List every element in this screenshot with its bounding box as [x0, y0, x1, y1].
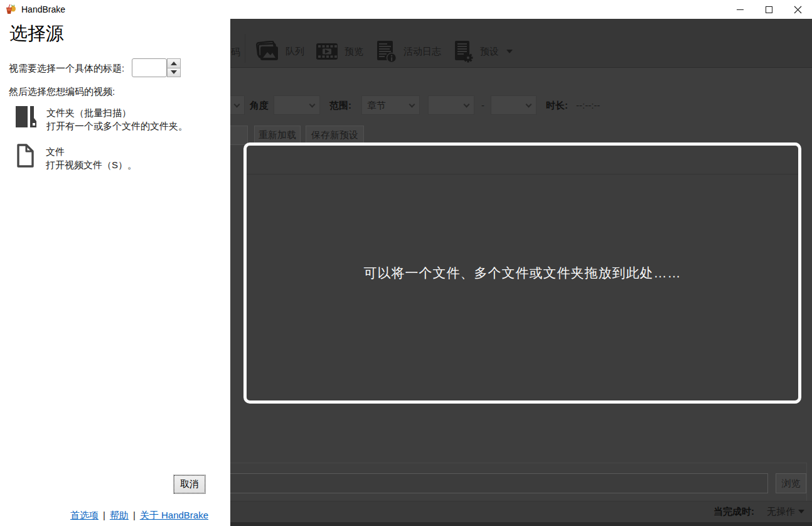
- title-bar: HandBrake: [0, 0, 812, 19]
- queue-button-label: 队列: [286, 46, 304, 58]
- spinner-down-button[interactable]: [167, 68, 181, 78]
- window-controls: [725, 0, 812, 19]
- queue-icon: [255, 41, 279, 62]
- cancel-button[interactable]: 取消: [174, 475, 205, 493]
- chevron-down-icon: [234, 102, 240, 108]
- panel-heading: 选择源: [9, 21, 64, 46]
- open-folder-desc: 打开有一个或多个文件的文件夹。: [46, 119, 188, 132]
- presets-caret-icon: [506, 50, 513, 53]
- angle-select[interactable]: [274, 95, 320, 115]
- about-link[interactable]: 关于 HandBrake: [140, 510, 208, 520]
- chevron-down-icon: [409, 102, 415, 108]
- open-file-title: 文件: [46, 145, 137, 158]
- handbrake-logo-icon: [5, 4, 16, 15]
- link-separator: |: [133, 510, 136, 520]
- range-label: 范围:: [329, 95, 351, 115]
- panel-footer-links: 首选项|帮助|关于 HandBrake: [70, 510, 208, 522]
- title-spinner-label: 视需要选择一个具体的标题:: [9, 63, 124, 75]
- range-type-select[interactable]: 章节: [361, 95, 420, 115]
- queue-button[interactable]: 队列: [250, 40, 310, 63]
- activity-log-button[interactable]: 活动日志: [369, 40, 447, 63]
- open-file-desc: 打开视频文件（S）。: [46, 158, 137, 171]
- status-bar: 当完成时: 无操作: [230, 501, 812, 526]
- maximize-button[interactable]: [754, 0, 783, 19]
- chevron-down-icon: [464, 102, 470, 108]
- preview-icon: [316, 41, 338, 62]
- title-spinner: [167, 58, 181, 77]
- drop-zone-divider: [247, 174, 798, 174]
- preview-button[interactable]: 预览: [310, 40, 369, 63]
- choose-video-label: 然后选择您想编码的视频:: [9, 86, 115, 98]
- browse-button[interactable]: 浏览: [776, 473, 806, 493]
- range-separator: -: [481, 95, 484, 115]
- toolbar-separator: [245, 34, 245, 63]
- file-icon: [14, 143, 37, 171]
- main-window: 码 队列: [230, 19, 812, 526]
- open-folder-title: 文件夹（批量扫描）: [46, 106, 188, 119]
- start-encode-label-partial[interactable]: 码: [231, 41, 240, 63]
- chevron-down-icon: [798, 510, 804, 513]
- presets-icon: [452, 40, 474, 63]
- close-button[interactable]: [783, 0, 812, 19]
- help-link[interactable]: 帮助: [110, 510, 129, 520]
- when-done-value: 无操作: [767, 506, 795, 518]
- folder-batch-icon: [14, 104, 38, 132]
- title-number-input[interactable]: [132, 58, 167, 77]
- drop-zone[interactable]: 可以将一个文件、多个文件或文件夹拖放到此处……: [243, 142, 801, 404]
- chevron-down-icon: [526, 102, 532, 108]
- preferences-link[interactable]: 首选项: [70, 510, 99, 520]
- when-done-dropdown[interactable]: 无操作: [767, 506, 804, 518]
- minimize-icon: [737, 9, 744, 10]
- angle-label: 角度: [250, 95, 269, 115]
- open-file-option[interactable]: 文件 打开视频文件（S）。: [14, 143, 137, 171]
- destination-path-input[interactable]: [225, 473, 768, 493]
- destination-group: 浏览: [230, 463, 807, 501]
- chevron-down-icon: [309, 102, 316, 108]
- presets-button-label: 预设: [480, 46, 499, 58]
- window-title: HandBrake: [21, 4, 65, 14]
- maximize-icon: [766, 6, 772, 13]
- minimize-button[interactable]: [725, 0, 754, 19]
- close-icon: [794, 6, 802, 14]
- toolbar: 码 队列: [230, 19, 812, 68]
- range-from-select[interactable]: [428, 95, 474, 115]
- when-done-label: 当完成时:: [713, 506, 754, 518]
- drop-zone-message: 可以将一个文件、多个文件或文件夹拖放到此处……: [364, 264, 681, 282]
- link-separator: |: [103, 510, 105, 520]
- arrow-up-icon: [171, 62, 177, 65]
- preview-button-label: 预览: [345, 46, 363, 58]
- duration-label: 时长:: [546, 95, 568, 115]
- duration-value: --:--:--: [576, 95, 600, 115]
- source-selection-panel: 选择源 视需要选择一个具体的标题: 然后选择您想编码的视频: 文件夹（批量扫描）…: [0, 19, 230, 526]
- open-folder-option[interactable]: 文件夹（批量扫描） 打开有一个或多个文件的文件夹。: [14, 104, 188, 132]
- range-to-select[interactable]: [491, 95, 537, 115]
- source-settings-row: 角度 范围: 章节 - 时长: --:--:--: [230, 95, 812, 115]
- activity-log-button-label: 活动日志: [403, 46, 441, 58]
- presets-button[interactable]: 预设: [447, 40, 518, 63]
- spinner-up-button[interactable]: [167, 58, 181, 68]
- activity-log-icon: [375, 40, 397, 63]
- arrow-down-icon: [171, 70, 177, 74]
